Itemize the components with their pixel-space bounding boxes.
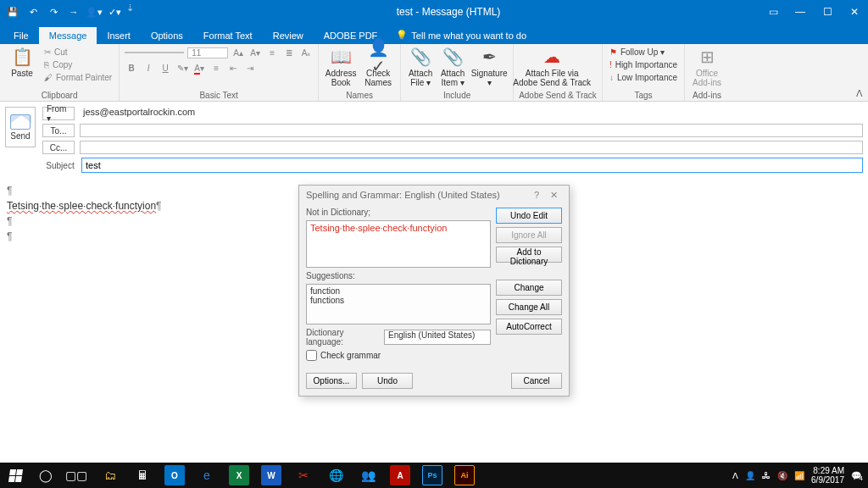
minimize-button[interactable]: — <box>787 0 814 24</box>
dictionary-language-select[interactable]: English (United States) <box>384 330 491 345</box>
attach-file-button[interactable]: 📎Attach File ▾ <box>406 46 435 87</box>
options-button[interactable]: Options... <box>306 373 357 389</box>
grow-font-button[interactable]: A▴ <box>231 48 245 58</box>
tray-chevron-icon[interactable]: ᐱ <box>732 471 738 480</box>
adobe-attach-button[interactable]: ☁Attach File via Adobe Send & Track <box>519 46 585 87</box>
undo-edit-button[interactable]: Undo Edit <box>496 208 562 224</box>
check-grammar-checkbox[interactable]: Check grammar <box>306 350 491 361</box>
taskbar-app-outlook[interactable]: O <box>159 463 190 488</box>
taskbar-apps: 🗂 🖩 O e X W ✂ 🌐 👥 A Ps Ai <box>92 463 480 488</box>
cc-field[interactable] <box>80 141 863 154</box>
taskbar-app-photoshop[interactable]: Ps <box>417 463 448 488</box>
font-name-select[interactable] <box>125 52 184 53</box>
add-to-dictionary-button[interactable]: Add to Dictionary <box>496 247 562 263</box>
paste-button[interactable]: 📋 Paste <box>5 46 39 78</box>
clipboard-icon: 📋 <box>12 46 33 68</box>
qat-check[interactable]: ✓▾ <box>105 3 124 21</box>
high-importance-button[interactable]: !High Importance <box>608 58 679 70</box>
taskbar-app-edge[interactable]: e <box>192 463 222 488</box>
italic-button[interactable]: I <box>142 64 155 73</box>
task-view-button[interactable]: ▢▢ <box>61 463 92 488</box>
numbering-button[interactable]: ≣ <box>282 48 296 58</box>
cc-button[interactable]: Cc... <box>42 141 75 154</box>
tell-me-search[interactable]: 💡 Tell me what you want to do <box>387 26 535 44</box>
increase-indent-button[interactable]: ⇥ <box>243 64 257 73</box>
autocorrect-button[interactable]: AutoCorrect <box>496 319 562 335</box>
taskbar-app-snip[interactable]: ✂ <box>288 463 319 488</box>
tab-insert[interactable]: Insert <box>97 27 141 44</box>
cortana-search-button[interactable]: ◯ <box>31 463 61 488</box>
qat-account[interactable]: 👤▾ <box>85 3 103 21</box>
taskbar-app-excel[interactable]: X <box>224 463 254 488</box>
paperclip-icon: 📎 <box>410 46 431 68</box>
ribbon-display-options[interactable]: ▭ <box>760 0 787 24</box>
subject-field[interactable] <box>81 158 863 173</box>
bullets-button[interactable]: ≡ <box>265 48 279 58</box>
qat-more[interactable]: ⇣ <box>125 3 134 21</box>
qat-undo[interactable]: ↶ <box>24 3 42 21</box>
suggestions-list[interactable]: function functions <box>306 284 491 324</box>
from-button[interactable]: From ▾ <box>42 107 75 120</box>
suggestion-item[interactable]: functions <box>310 296 487 305</box>
start-button[interactable] <box>0 463 31 488</box>
cut-button[interactable]: ✂Cut <box>42 46 114 58</box>
cancel-button[interactable]: Cancel <box>511 373 562 389</box>
action-center-button[interactable]: 💬4 <box>851 471 861 480</box>
ignore-all-button[interactable]: Ignore All <box>496 227 562 243</box>
qat-redo[interactable]: ↷ <box>44 3 63 21</box>
low-importance-button[interactable]: ↓Low Importance <box>608 71 679 83</box>
tray-volume-icon[interactable]: 🔇 <box>777 471 787 480</box>
address-book-button[interactable]: 📖Address Book <box>324 46 358 87</box>
taskbar-app-illustrator[interactable]: Ai <box>449 463 480 488</box>
taskbar-app-chrome[interactable]: 🌐 <box>320 463 351 488</box>
change-button[interactable]: Change <box>496 280 562 296</box>
not-in-dictionary-text[interactable]: Tetsing·the·splee·check·functyion <box>306 220 491 268</box>
shrink-font-button[interactable]: A▾ <box>248 48 262 58</box>
tab-review[interactable]: Review <box>263 27 314 44</box>
dialog-help-button[interactable]: ? <box>528 190 545 200</box>
tray-clock[interactable]: 8:29 AM 6/9/2017 <box>811 466 844 485</box>
tray-network-icon[interactable]: 🖧 <box>762 471 771 480</box>
decrease-indent-button[interactable]: ⇤ <box>226 64 240 73</box>
maximize-button[interactable]: ☐ <box>814 0 841 24</box>
copy-button[interactable]: ⎘Copy <box>42 58 114 70</box>
qat-forward[interactable]: → <box>64 3 83 21</box>
signature-button[interactable]: ✒Signature ▾ <box>470 46 508 87</box>
tray-people-icon[interactable]: 👤 <box>745 471 755 480</box>
suggestion-item[interactable]: function <box>310 286 487 296</box>
taskbar-app-acrobat[interactable]: A <box>385 463 415 488</box>
change-all-button[interactable]: Change All <box>496 299 562 315</box>
taskbar-app-teams[interactable]: 👥 <box>353 463 383 488</box>
styles-button[interactable]: Aₐ <box>299 48 313 58</box>
tab-options[interactable]: Options <box>141 27 193 44</box>
follow-up-button[interactable]: ⚑Follow Up ▾ <box>608 46 679 58</box>
close-button[interactable]: ✕ <box>841 0 868 24</box>
underline-button[interactable]: U <box>159 64 172 73</box>
taskbar-app-explorer[interactable]: 🗂 <box>95 463 125 488</box>
attach-item-button[interactable]: 📎Attach Item ▾ <box>438 46 467 87</box>
office-addins-button[interactable]: ⊞Office Add-ins <box>690 46 724 87</box>
tab-file[interactable]: File <box>3 27 39 44</box>
to-button[interactable]: To... <box>42 124 75 137</box>
dialog-close-button[interactable]: ✕ <box>545 190 562 201</box>
format-painter-button[interactable]: 🖌Format Painter <box>42 71 114 83</box>
brush-icon: 🖌 <box>44 73 53 82</box>
tab-format-text[interactable]: Format Text <box>193 27 263 44</box>
to-field[interactable] <box>80 124 863 137</box>
tray-wifi-icon[interactable]: 📶 <box>794 471 804 480</box>
font-color-button[interactable]: A▾ <box>192 64 206 73</box>
collapse-ribbon-button[interactable]: ᐱ <box>856 88 863 99</box>
qat-save[interactable]: 💾 <box>3 3 22 21</box>
taskbar-app-word[interactable]: W <box>256 463 287 488</box>
font-size-select[interactable]: 11 <box>187 47 228 58</box>
send-button[interactable]: Send <box>5 107 36 147</box>
tell-me-label: Tell me what you want to do <box>411 30 526 41</box>
taskbar-app-calculator[interactable]: 🖩 <box>127 463 158 488</box>
group-label-names: Names <box>324 90 395 101</box>
tab-message[interactable]: Message <box>39 27 97 44</box>
align-left-button[interactable]: ≡ <box>209 64 223 73</box>
bold-button[interactable]: B <box>125 64 138 73</box>
check-names-button[interactable]: 👤✓Check Names <box>361 46 395 87</box>
undo-button[interactable]: Undo <box>362 373 413 389</box>
highlight-button[interactable]: ✎▾ <box>175 64 189 73</box>
